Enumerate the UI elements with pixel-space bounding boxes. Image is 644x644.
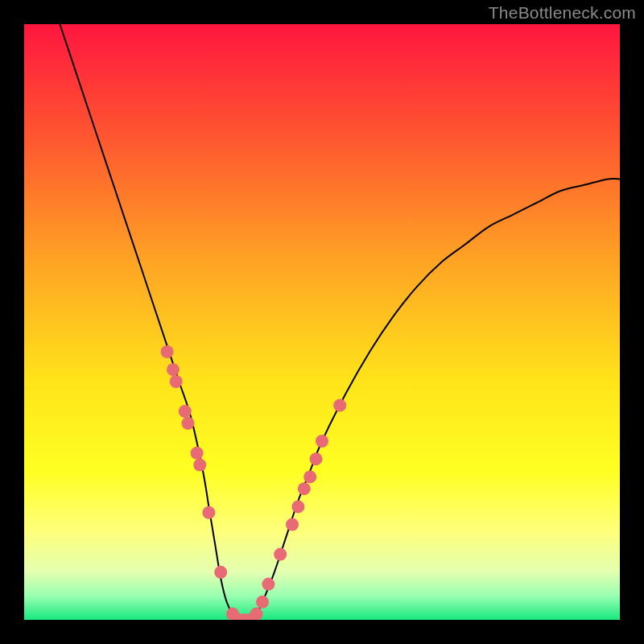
- data-dot: [256, 596, 269, 609]
- data-dot: [161, 345, 174, 358]
- data-dot: [274, 548, 287, 561]
- data-dot: [191, 447, 204, 460]
- data-dot: [170, 375, 183, 388]
- data-dot: [193, 459, 206, 472]
- data-dot: [179, 405, 192, 418]
- data-dot: [182, 417, 195, 430]
- data-dot: [291, 500, 304, 513]
- data-dot: [214, 566, 227, 579]
- chart-frame: TheBottleneck.com: [0, 0, 644, 644]
- data-dot: [310, 452, 323, 465]
- data-dot: [202, 506, 215, 519]
- data-dot: [333, 399, 346, 412]
- data-dot: [298, 482, 311, 495]
- watermark-text: TheBottleneck.com: [489, 3, 636, 23]
- data-dot: [303, 470, 316, 483]
- data-dot: [286, 518, 299, 531]
- data-dot: [262, 578, 275, 591]
- data-dot: [316, 435, 328, 448]
- data-dot: [167, 363, 180, 376]
- gradient-background: [24, 24, 620, 620]
- data-dot: [250, 608, 263, 620]
- bottleneck-chart: [24, 24, 620, 620]
